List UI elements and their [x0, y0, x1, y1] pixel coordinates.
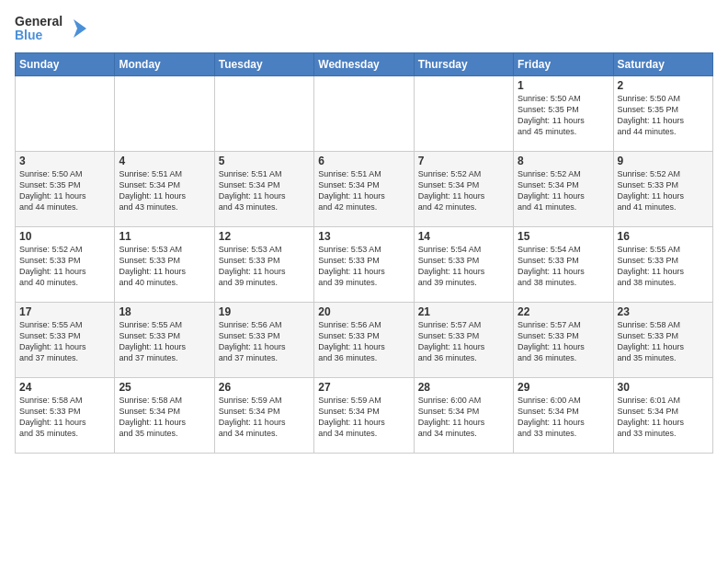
day-number: 28: [418, 381, 509, 394]
day-number: 21: [418, 305, 509, 318]
logo: General Blue: [15, 15, 90, 43]
day-number: 26: [219, 381, 310, 394]
page: General Blue SundayMondayTuesdayWednesda…: [0, 0, 728, 465]
day-info: Sunrise: 5:58 AM Sunset: 5:34 PM Dayligh…: [119, 395, 210, 440]
day-cell: [214, 75, 313, 151]
day-info: Sunrise: 5:53 AM Sunset: 5:33 PM Dayligh…: [318, 244, 409, 289]
day-number: 1: [518, 79, 609, 92]
day-cell: 23Sunrise: 5:58 AM Sunset: 5:33 PM Dayli…: [613, 302, 712, 377]
day-number: 18: [119, 305, 210, 318]
day-info: Sunrise: 5:50 AM Sunset: 5:35 PM Dayligh…: [19, 168, 110, 213]
day-number: 15: [518, 230, 609, 243]
day-info: Sunrise: 5:59 AM Sunset: 5:34 PM Dayligh…: [318, 395, 409, 440]
day-number: 29: [518, 381, 609, 394]
day-number: 9: [618, 155, 709, 167]
day-number: 6: [318, 155, 409, 167]
day-cell: 18Sunrise: 5:55 AM Sunset: 5:33 PM Dayli…: [115, 302, 214, 377]
day-info: Sunrise: 5:51 AM Sunset: 5:34 PM Dayligh…: [219, 168, 310, 213]
day-info: Sunrise: 6:00 AM Sunset: 5:34 PM Dayligh…: [518, 395, 609, 440]
day-cell: 26Sunrise: 5:59 AM Sunset: 5:34 PM Dayli…: [214, 377, 313, 453]
day-cell: 16Sunrise: 5:55 AM Sunset: 5:33 PM Dayli…: [613, 226, 712, 302]
header-cell-saturday: Saturday: [613, 52, 712, 75]
day-cell: 3Sunrise: 5:50 AM Sunset: 5:35 PM Daylig…: [16, 151, 115, 226]
day-info: Sunrise: 5:58 AM Sunset: 5:33 PM Dayligh…: [19, 395, 110, 440]
day-number: 3: [19, 155, 110, 167]
day-number: 19: [219, 305, 310, 318]
day-cell: 21Sunrise: 5:57 AM Sunset: 5:33 PM Dayli…: [414, 302, 513, 377]
day-number: 4: [119, 155, 210, 167]
day-number: 22: [518, 305, 609, 318]
day-cell: 19Sunrise: 5:56 AM Sunset: 5:33 PM Dayli…: [214, 302, 313, 377]
day-cell: 8Sunrise: 5:52 AM Sunset: 5:34 PM Daylig…: [514, 151, 613, 226]
week-row: 10Sunrise: 5:52 AM Sunset: 5:33 PM Dayli…: [16, 226, 713, 302]
calendar-table: SundayMondayTuesdayWednesdayThursdayFrid…: [15, 52, 713, 454]
day-number: 8: [518, 155, 609, 167]
header-cell-thursday: Thursday: [414, 52, 513, 75]
day-cell: [115, 75, 214, 151]
day-info: Sunrise: 5:57 AM Sunset: 5:33 PM Dayligh…: [418, 319, 509, 364]
day-info: Sunrise: 5:55 AM Sunset: 5:33 PM Dayligh…: [19, 319, 110, 364]
day-info: Sunrise: 5:55 AM Sunset: 5:33 PM Dayligh…: [119, 319, 210, 364]
day-number: 23: [618, 305, 709, 318]
header-row: SundayMondayTuesdayWednesdayThursdayFrid…: [16, 52, 713, 75]
day-cell: 11Sunrise: 5:53 AM Sunset: 5:33 PM Dayli…: [115, 226, 214, 302]
svg-marker-0: [74, 19, 86, 38]
day-info: Sunrise: 5:52 AM Sunset: 5:34 PM Dayligh…: [518, 168, 609, 213]
day-number: 17: [19, 305, 110, 318]
day-info: Sunrise: 5:53 AM Sunset: 5:33 PM Dayligh…: [119, 244, 210, 289]
day-cell: 17Sunrise: 5:55 AM Sunset: 5:33 PM Dayli…: [16, 302, 115, 377]
day-info: Sunrise: 5:54 AM Sunset: 5:33 PM Dayligh…: [518, 244, 609, 289]
day-cell: 22Sunrise: 5:57 AM Sunset: 5:33 PM Dayli…: [514, 302, 613, 377]
day-info: Sunrise: 5:52 AM Sunset: 5:33 PM Dayligh…: [618, 168, 709, 213]
day-cell: [414, 75, 513, 151]
day-cell: 13Sunrise: 5:53 AM Sunset: 5:33 PM Dayli…: [314, 226, 414, 302]
day-info: Sunrise: 5:56 AM Sunset: 5:33 PM Dayligh…: [318, 319, 409, 364]
day-cell: 5Sunrise: 5:51 AM Sunset: 5:34 PM Daylig…: [214, 151, 313, 226]
day-cell: 15Sunrise: 5:54 AM Sunset: 5:33 PM Dayli…: [514, 226, 613, 302]
day-cell: 27Sunrise: 5:59 AM Sunset: 5:34 PM Dayli…: [314, 377, 414, 453]
header-cell-sunday: Sunday: [16, 52, 115, 75]
day-info: Sunrise: 5:51 AM Sunset: 5:34 PM Dayligh…: [119, 168, 210, 213]
day-number: 11: [119, 230, 210, 243]
day-info: Sunrise: 5:52 AM Sunset: 5:34 PM Dayligh…: [418, 168, 509, 213]
day-cell: 25Sunrise: 5:58 AM Sunset: 5:34 PM Dayli…: [115, 377, 214, 453]
day-number: 24: [19, 381, 110, 394]
logo-arrow-icon: [64, 16, 90, 41]
day-info: Sunrise: 5:57 AM Sunset: 5:33 PM Dayligh…: [518, 319, 609, 364]
day-cell: 1Sunrise: 5:50 AM Sunset: 5:35 PM Daylig…: [514, 75, 613, 151]
calendar-body: 1Sunrise: 5:50 AM Sunset: 5:35 PM Daylig…: [16, 75, 713, 453]
day-number: 10: [19, 230, 110, 243]
day-info: Sunrise: 5:58 AM Sunset: 5:33 PM Dayligh…: [618, 319, 709, 364]
week-row: 24Sunrise: 5:58 AM Sunset: 5:33 PM Dayli…: [16, 377, 713, 453]
day-cell: [314, 75, 414, 151]
week-row: 1Sunrise: 5:50 AM Sunset: 5:35 PM Daylig…: [16, 75, 713, 151]
header: General Blue: [15, 15, 713, 43]
day-info: Sunrise: 6:00 AM Sunset: 5:34 PM Dayligh…: [418, 395, 509, 440]
calendar-header: SundayMondayTuesdayWednesdayThursdayFrid…: [16, 52, 713, 75]
day-number: 25: [119, 381, 210, 394]
day-number: 16: [618, 230, 709, 243]
day-cell: 7Sunrise: 5:52 AM Sunset: 5:34 PM Daylig…: [414, 151, 513, 226]
header-cell-wednesday: Wednesday: [314, 52, 414, 75]
day-info: Sunrise: 6:01 AM Sunset: 5:34 PM Dayligh…: [618, 395, 709, 440]
day-info: Sunrise: 5:54 AM Sunset: 5:33 PM Dayligh…: [418, 244, 509, 289]
day-info: Sunrise: 5:50 AM Sunset: 5:35 PM Dayligh…: [618, 93, 709, 138]
day-info: Sunrise: 5:50 AM Sunset: 5:35 PM Dayligh…: [518, 93, 609, 138]
day-number: 5: [219, 155, 310, 167]
day-number: 20: [318, 305, 409, 318]
day-cell: 30Sunrise: 6:01 AM Sunset: 5:34 PM Dayli…: [613, 377, 712, 453]
day-number: 12: [219, 230, 310, 243]
week-row: 17Sunrise: 5:55 AM Sunset: 5:33 PM Dayli…: [16, 302, 713, 377]
logo-blue: Blue: [15, 29, 63, 42]
day-number: 2: [618, 79, 709, 92]
day-number: 13: [318, 230, 409, 243]
day-info: Sunrise: 5:52 AM Sunset: 5:33 PM Dayligh…: [19, 244, 110, 289]
header-cell-monday: Monday: [115, 52, 214, 75]
day-info: Sunrise: 5:53 AM Sunset: 5:33 PM Dayligh…: [219, 244, 310, 289]
day-cell: 12Sunrise: 5:53 AM Sunset: 5:33 PM Dayli…: [214, 226, 313, 302]
day-number: 7: [418, 155, 509, 167]
day-cell: 20Sunrise: 5:56 AM Sunset: 5:33 PM Dayli…: [314, 302, 414, 377]
logo-general: General: [15, 15, 63, 29]
day-cell: 24Sunrise: 5:58 AM Sunset: 5:33 PM Dayli…: [16, 377, 115, 453]
day-cell: 2Sunrise: 5:50 AM Sunset: 5:35 PM Daylig…: [613, 75, 712, 151]
